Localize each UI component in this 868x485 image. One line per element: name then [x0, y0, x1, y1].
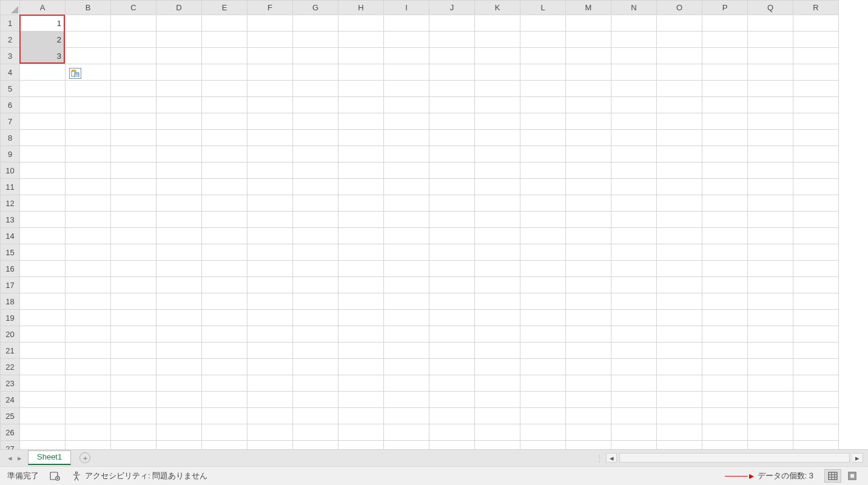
row-header-7[interactable]: 7 — [1, 113, 20, 130]
cell-D27[interactable] — [156, 441, 202, 450]
cell-B16[interactable] — [66, 261, 111, 277]
cell-N5[interactable] — [611, 81, 657, 97]
cell-C26[interactable] — [111, 424, 156, 441]
cell-M23[interactable] — [566, 375, 611, 392]
cell-P8[interactable] — [702, 130, 748, 146]
cell-B1[interactable] — [66, 15, 111, 32]
cell-H20[interactable] — [338, 326, 384, 343]
cell-J18[interactable] — [429, 293, 475, 310]
row-header-12[interactable]: 12 — [1, 195, 20, 212]
cell-D18[interactable] — [156, 293, 202, 310]
cell-P5[interactable] — [702, 81, 748, 97]
cell-J24[interactable] — [429, 392, 475, 408]
cell-O16[interactable] — [657, 261, 702, 277]
cell-F6[interactable] — [247, 97, 293, 113]
cell-B11[interactable] — [66, 179, 111, 195]
row-header-14[interactable]: 14 — [1, 228, 20, 244]
cell-N20[interactable] — [611, 326, 657, 343]
accessibility-status[interactable]: アクセシビリティ: 問題ありません — [72, 470, 207, 481]
cell-N10[interactable] — [611, 162, 657, 179]
cell-Q20[interactable] — [748, 326, 793, 343]
cell-M11[interactable] — [566, 179, 611, 195]
cell-L12[interactable] — [520, 195, 566, 212]
cell-A25[interactable] — [20, 408, 66, 424]
cell-G20[interactable] — [293, 326, 338, 343]
cell-P16[interactable] — [702, 261, 748, 277]
cell-D7[interactable] — [156, 113, 202, 130]
cell-F23[interactable] — [247, 375, 293, 392]
cell-I17[interactable] — [384, 277, 429, 293]
cell-N2[interactable] — [611, 32, 657, 48]
cell-L9[interactable] — [520, 146, 566, 162]
cell-I12[interactable] — [384, 195, 429, 212]
cell-A4[interactable] — [20, 64, 66, 81]
cell-K13[interactable] — [475, 212, 520, 228]
cell-B6[interactable] — [66, 97, 111, 113]
spreadsheet-grid[interactable]: ABCDEFGHIJKLMNOPQR1122334567891011121314… — [0, 0, 868, 449]
cell-J20[interactable] — [429, 326, 475, 343]
cell-C4[interactable] — [111, 64, 156, 81]
row-header-10[interactable]: 10 — [1, 162, 20, 179]
cell-R5[interactable] — [793, 81, 839, 97]
cell-B22[interactable] — [66, 359, 111, 375]
cell-E26[interactable] — [202, 424, 247, 441]
cell-N16[interactable] — [611, 261, 657, 277]
cell-R8[interactable] — [793, 130, 839, 146]
cell-E21[interactable] — [202, 343, 247, 359]
cell-I13[interactable] — [384, 212, 429, 228]
row-header-11[interactable]: 11 — [1, 179, 20, 195]
cell-A9[interactable] — [20, 146, 66, 162]
cell-R26[interactable] — [793, 424, 839, 441]
cell-F24[interactable] — [247, 392, 293, 408]
cell-G19[interactable] — [293, 310, 338, 326]
cell-B8[interactable] — [66, 130, 111, 146]
cell-E8[interactable] — [202, 130, 247, 146]
cell-B3[interactable] — [66, 48, 111, 64]
cell-E7[interactable] — [202, 113, 247, 130]
cell-O20[interactable] — [657, 326, 702, 343]
cell-H27[interactable] — [338, 441, 384, 450]
cell-E10[interactable] — [202, 162, 247, 179]
cell-Q8[interactable] — [748, 130, 793, 146]
cell-H22[interactable] — [338, 359, 384, 375]
cell-F15[interactable] — [247, 244, 293, 261]
cell-Q12[interactable] — [748, 195, 793, 212]
cell-F8[interactable] — [247, 130, 293, 146]
cell-F17[interactable] — [247, 277, 293, 293]
cell-J10[interactable] — [429, 162, 475, 179]
cell-F27[interactable] — [247, 441, 293, 450]
cell-I14[interactable] — [384, 228, 429, 244]
cell-Q21[interactable] — [748, 343, 793, 359]
cell-C24[interactable] — [111, 392, 156, 408]
cell-L27[interactable] — [520, 441, 566, 450]
cell-Q23[interactable] — [748, 375, 793, 392]
cell-Q1[interactable] — [748, 15, 793, 32]
row-header-6[interactable]: 6 — [1, 97, 20, 113]
cell-M13[interactable] — [566, 212, 611, 228]
cell-J13[interactable] — [429, 212, 475, 228]
cell-H13[interactable] — [338, 212, 384, 228]
cell-R9[interactable] — [793, 146, 839, 162]
cell-I4[interactable] — [384, 64, 429, 81]
cell-R14[interactable] — [793, 228, 839, 244]
cell-G22[interactable] — [293, 359, 338, 375]
cell-F20[interactable] — [247, 326, 293, 343]
cell-I11[interactable] — [384, 179, 429, 195]
cell-C21[interactable] — [111, 343, 156, 359]
cell-I9[interactable] — [384, 146, 429, 162]
column-header-H[interactable]: H — [338, 1, 384, 15]
cell-H7[interactable] — [338, 113, 384, 130]
cell-F10[interactable] — [247, 162, 293, 179]
cell-N17[interactable] — [611, 277, 657, 293]
cell-F26[interactable] — [247, 424, 293, 441]
cell-K26[interactable] — [475, 424, 520, 441]
cell-L13[interactable] — [520, 212, 566, 228]
cell-D11[interactable] — [156, 179, 202, 195]
cell-J19[interactable] — [429, 310, 475, 326]
cell-I16[interactable] — [384, 261, 429, 277]
cell-F21[interactable] — [247, 343, 293, 359]
cell-I1[interactable] — [384, 15, 429, 32]
cell-E1[interactable] — [202, 15, 247, 32]
column-header-Q[interactable]: Q — [748, 1, 793, 15]
cell-E17[interactable] — [202, 277, 247, 293]
